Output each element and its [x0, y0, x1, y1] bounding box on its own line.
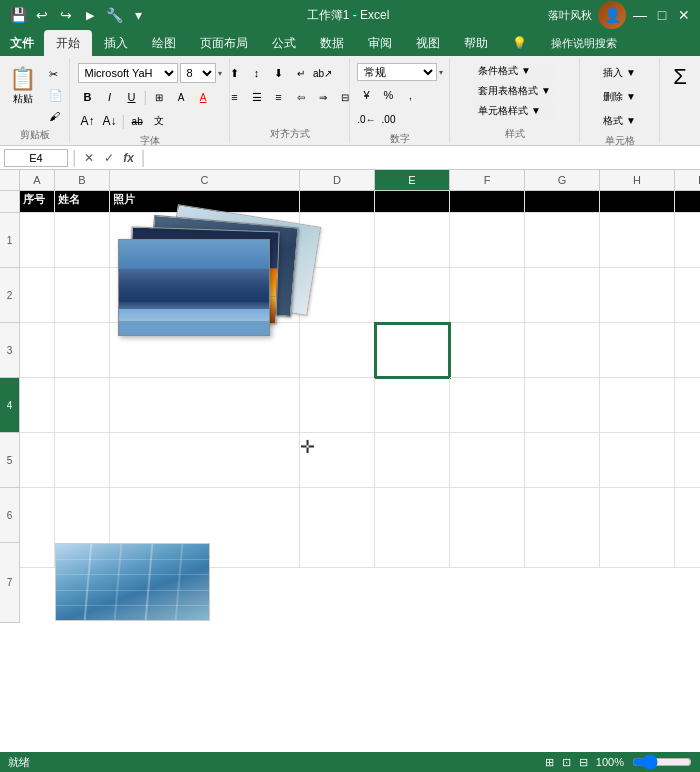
cell-d3[interactable] — [300, 268, 375, 323]
cell-h3[interactable] — [600, 268, 675, 323]
cell-f7[interactable] — [450, 488, 525, 568]
text-wrap-button[interactable]: ↵ — [291, 63, 311, 83]
increase-font-button[interactable]: A↑ — [78, 111, 98, 131]
tab-formula[interactable]: 公式 — [260, 30, 308, 56]
tab-draw[interactable]: 绘图 — [140, 30, 188, 56]
cell-h4[interactable] — [600, 323, 675, 378]
cell-b1[interactable]: 姓名 — [55, 191, 110, 213]
cell-g4[interactable] — [525, 323, 600, 378]
cell-d5[interactable] — [300, 378, 375, 433]
insert-button[interactable]: 插入 ▼ — [599, 63, 640, 83]
sum-button[interactable]: Σ — [673, 64, 687, 90]
insert-function-button[interactable]: fx — [121, 151, 137, 165]
font-size-dropdown-icon[interactable]: ▾ — [218, 69, 222, 78]
row-header-7[interactable]: 6 — [0, 488, 20, 543]
name-box[interactable] — [4, 149, 68, 167]
cell-i6[interactable] — [675, 433, 700, 488]
cell-i2[interactable] — [675, 213, 700, 268]
tab-data[interactable]: 数据 — [308, 30, 356, 56]
redo-icon[interactable]: ↪ — [56, 5, 76, 25]
tools-icon[interactable]: 🔧 — [104, 5, 124, 25]
cell-d6[interactable] — [300, 433, 375, 488]
cell-c2[interactable] — [110, 213, 300, 268]
delete-button[interactable]: 删除 ▼ — [599, 87, 640, 107]
cell-i7[interactable] — [675, 488, 700, 568]
align-right-button[interactable]: ≡ — [269, 87, 289, 107]
cell-c3[interactable] — [110, 268, 300, 323]
tab-home[interactable]: 开始 — [44, 30, 92, 56]
cell-g2[interactable] — [525, 213, 600, 268]
paste-button[interactable]: 📋 粘贴 — [3, 60, 43, 112]
cell-g6[interactable] — [525, 433, 600, 488]
format-button[interactable]: 格式 ▼ — [599, 111, 640, 131]
cell-f1[interactable] — [450, 191, 525, 213]
col-header-i[interactable]: I — [675, 170, 700, 190]
text-rotate-button[interactable]: ab↗ — [313, 63, 333, 83]
col-header-g[interactable]: G — [525, 170, 600, 190]
cell-g5[interactable] — [525, 378, 600, 433]
user-avatar[interactable]: 👤 — [598, 1, 626, 29]
cell-g1[interactable] — [525, 191, 600, 213]
cell-f5[interactable] — [450, 378, 525, 433]
status-view-normal[interactable]: ⊞ — [545, 756, 554, 769]
phonetic-button[interactable]: 文 — [149, 111, 169, 131]
select-all-button[interactable] — [0, 170, 20, 190]
minimize-button[interactable]: — — [632, 7, 648, 23]
cell-c4[interactable] — [110, 323, 300, 378]
cell-c5[interactable] — [110, 378, 300, 433]
tab-insert[interactable]: 插入 — [92, 30, 140, 56]
cell-a1[interactable]: 序号 — [20, 191, 55, 213]
cell-i4[interactable] — [675, 323, 700, 378]
cell-i5[interactable] — [675, 378, 700, 433]
cell-f4[interactable] — [450, 323, 525, 378]
tab-view[interactable]: 视图 — [404, 30, 452, 56]
cell-f6[interactable] — [450, 433, 525, 488]
close-button[interactable]: ✕ — [676, 7, 692, 23]
font-color-button[interactable]: A — [193, 87, 213, 107]
spreadsheet-scroll[interactable]: A B C D E F G H I 1 2 3 4 5 6 7 — [0, 170, 700, 752]
cell-c1[interactable]: 照片 — [110, 191, 300, 213]
cell-i3[interactable] — [675, 268, 700, 323]
col-header-e[interactable]: E — [375, 170, 450, 190]
cell-g3[interactable] — [525, 268, 600, 323]
number-format-select[interactable]: 常规 — [357, 63, 437, 81]
zoom-slider[interactable] — [632, 757, 692, 767]
increase-indent-button[interactable]: ⇒ — [313, 87, 333, 107]
tab-review[interactable]: 审阅 — [356, 30, 404, 56]
cell-g7[interactable] — [525, 488, 600, 568]
confirm-formula-button[interactable]: ✓ — [101, 151, 117, 165]
cell-e5[interactable] — [375, 378, 450, 433]
align-middle-button[interactable]: ↕ — [247, 63, 267, 83]
cell-h1[interactable] — [600, 191, 675, 213]
row-header-6[interactable]: 5 — [0, 433, 20, 488]
font-size-select[interactable]: 8 — [180, 63, 216, 83]
cell-b2[interactable] — [55, 213, 110, 268]
bold-button[interactable]: B — [78, 87, 98, 107]
cell-a2[interactable] — [20, 213, 55, 268]
save-icon[interactable]: 💾 — [8, 5, 28, 25]
cell-b6[interactable] — [55, 433, 110, 488]
cell-a5[interactable] — [20, 378, 55, 433]
cell-e6[interactable] — [375, 433, 450, 488]
row-header-3[interactable]: 2 — [0, 268, 20, 323]
row-header-5[interactable]: 4 — [0, 378, 20, 433]
cell-h7[interactable] — [600, 488, 675, 568]
tab-file[interactable]: 文件 — [0, 30, 44, 56]
italic-button[interactable]: I — [100, 87, 120, 107]
maximize-button[interactable]: □ — [654, 7, 670, 23]
cell-i1[interactable] — [675, 191, 700, 213]
comma-button[interactable]: , — [401, 85, 421, 105]
cell-c6[interactable] — [110, 433, 300, 488]
cell-a6[interactable] — [20, 433, 55, 488]
underline-button[interactable]: U — [122, 87, 142, 107]
align-center-button[interactable]: ☰ — [247, 87, 267, 107]
table-format-button[interactable]: 套用表格格式 ▼ — [474, 82, 555, 100]
col-header-a[interactable]: A — [20, 170, 55, 190]
cell-d7[interactable] — [300, 488, 375, 568]
fill-color-button[interactable]: A — [171, 87, 191, 107]
cell-d1[interactable] — [300, 191, 375, 213]
row-header-1[interactable] — [0, 191, 20, 213]
cell-d2[interactable] — [300, 213, 375, 268]
tab-search[interactable]: 操作说明搜索 — [539, 30, 629, 56]
cell-e4[interactable] — [375, 323, 450, 378]
